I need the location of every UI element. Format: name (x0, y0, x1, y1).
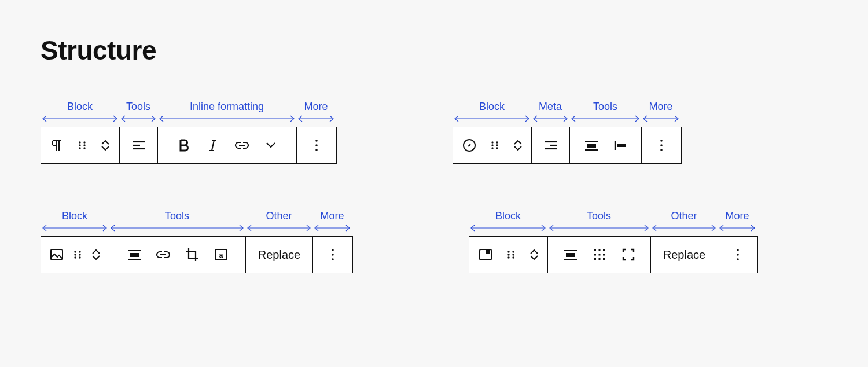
label-tools: Tools (593, 101, 617, 113)
svg-point-29 (491, 147, 493, 149)
toolbar-navigation (453, 127, 682, 164)
segment-labels: Block Meta Tools More (453, 101, 682, 122)
bold-icon[interactable] (176, 137, 192, 153)
svg-point-71 (507, 256, 509, 258)
align-icon[interactable] (131, 137, 147, 153)
svg-rect-79 (594, 254, 596, 256)
toolbar-image: a Replace (41, 236, 353, 273)
page-title: Structure (41, 35, 827, 66)
label-other: Other (266, 210, 292, 222)
svg-rect-54 (130, 253, 139, 257)
svg-line-15 (212, 140, 214, 151)
example-navigation: Block Meta Tools More (453, 101, 682, 164)
svg-rect-78 (603, 249, 605, 251)
segment-labels: Block Tools Other More (41, 210, 353, 232)
svg-point-6 (79, 144, 80, 146)
label-meta: Meta (539, 101, 562, 113)
label-block: Block (67, 101, 93, 113)
svg-point-68 (512, 251, 514, 252)
italic-icon[interactable] (205, 137, 221, 153)
more-vertical-icon[interactable] (653, 137, 670, 153)
drag-handle-icon[interactable] (76, 137, 88, 153)
svg-rect-81 (603, 254, 605, 256)
move-up-down-icon[interactable] (101, 137, 110, 153)
align-icon[interactable] (543, 137, 559, 153)
label-tools: Tools (587, 210, 611, 222)
svg-point-41 (660, 149, 663, 151)
svg-rect-46 (51, 249, 62, 260)
toolbar-paragraph (41, 127, 337, 164)
align-wide-icon[interactable] (583, 137, 599, 153)
example-image: Block Tools Other More (41, 210, 353, 273)
svg-point-16 (315, 140, 318, 142)
svg-point-25 (491, 141, 493, 143)
align-wide-icon[interactable] (126, 247, 142, 263)
more-vertical-icon[interactable] (730, 247, 746, 263)
label-block: Block (495, 210, 521, 222)
compass-icon[interactable] (462, 137, 476, 153)
move-up-down-icon[interactable] (91, 247, 101, 263)
replace-button[interactable]: Replace (257, 248, 301, 262)
toolbar-template-part: Replace (469, 236, 758, 273)
svg-point-60 (332, 258, 334, 260)
svg-point-26 (496, 141, 498, 143)
svg-point-49 (74, 254, 76, 255)
svg-rect-38 (617, 144, 626, 147)
chevron-down-icon[interactable] (263, 137, 279, 153)
svg-point-48 (79, 251, 80, 252)
svg-rect-76 (594, 249, 596, 251)
segment-labels: Block Tools Other More (469, 210, 758, 232)
crop-icon[interactable] (184, 247, 200, 263)
replace-button[interactable]: Replace (662, 248, 707, 262)
drag-handle-icon[interactable] (489, 137, 501, 153)
label-tools: Tools (126, 101, 150, 113)
example-paragraph: Block Tools Inline formatting More (41, 101, 337, 164)
svg-rect-82 (594, 258, 596, 260)
link-icon[interactable] (234, 137, 250, 153)
grid-icon[interactable] (591, 247, 608, 263)
svg-point-27 (491, 144, 493, 146)
svg-point-28 (496, 144, 498, 146)
svg-point-7 (83, 144, 85, 146)
label-other: Other (671, 210, 697, 222)
label-more: More (320, 210, 344, 222)
svg-point-52 (79, 256, 80, 258)
text-overlay-icon[interactable]: a (213, 247, 229, 263)
move-up-down-icon[interactable] (513, 137, 523, 153)
svg-point-30 (496, 147, 498, 149)
svg-point-86 (737, 254, 739, 256)
vertical-align-icon[interactable] (612, 137, 628, 153)
svg-point-17 (315, 144, 318, 146)
image-icon[interactable] (50, 247, 64, 263)
label-more: More (304, 101, 328, 113)
svg-point-8 (79, 147, 80, 149)
link-icon[interactable] (155, 247, 171, 263)
template-part-icon[interactable] (479, 247, 492, 263)
svg-point-58 (332, 249, 334, 251)
label-more: More (649, 101, 672, 113)
more-vertical-icon[interactable] (308, 137, 325, 153)
move-up-down-icon[interactable] (529, 247, 539, 263)
svg-point-51 (74, 256, 76, 258)
svg-rect-66 (486, 249, 490, 254)
svg-point-18 (315, 149, 318, 151)
segment-labels: Block Tools Inline formatting More (41, 101, 337, 122)
svg-point-9 (83, 147, 85, 149)
svg-point-40 (660, 144, 663, 146)
fullscreen-icon[interactable] (620, 247, 637, 263)
align-wide-icon[interactable] (562, 247, 579, 263)
drag-handle-icon[interactable] (72, 247, 83, 263)
label-inline-formatting: Inline formatting (190, 101, 264, 113)
label-tools: Tools (165, 210, 189, 222)
svg-rect-84 (603, 258, 605, 260)
svg-point-87 (737, 258, 739, 260)
drag-handle-icon[interactable] (505, 247, 517, 263)
pilcrow-icon[interactable] (51, 137, 64, 153)
more-vertical-icon[interactable] (325, 247, 341, 263)
svg-point-72 (512, 256, 514, 258)
svg-rect-77 (598, 249, 600, 251)
svg-point-47 (74, 251, 76, 252)
svg-point-67 (507, 251, 509, 252)
label-block: Block (62, 210, 87, 222)
svg-rect-83 (598, 258, 600, 260)
